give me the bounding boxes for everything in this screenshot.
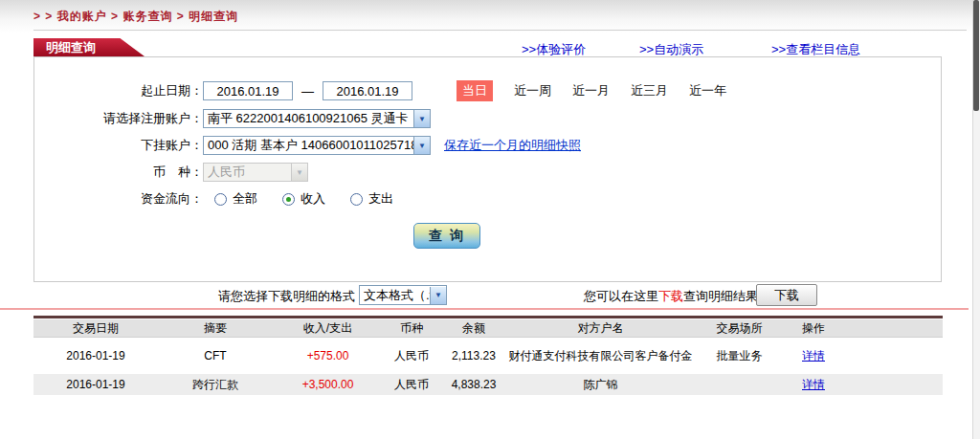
download-format-value: 文本格式（.txt) xyxy=(360,287,430,304)
pink-divider xyxy=(0,308,969,310)
date-range-label: 起止日期： xyxy=(34,82,203,99)
radio-flow-expense-label[interactable]: 支出 xyxy=(368,190,393,208)
col-header-counterparty: 对方户名 xyxy=(507,320,694,337)
vertical-scrollbar[interactable] xyxy=(972,0,980,439)
sub-account-value: 000 活期 基本户 1406600101102571848 xyxy=(204,137,413,154)
clipped-top-right-text xyxy=(904,0,962,3)
cell-amount: +575.00 xyxy=(273,349,383,362)
download-hint-post: 查询明细结果 xyxy=(683,289,758,303)
cell-currency: 人民币 xyxy=(383,377,440,393)
col-header-amount: 收入/支出 xyxy=(273,320,383,337)
cell-counterparty: 陈广锦 xyxy=(507,376,694,393)
end-date-input[interactable] xyxy=(323,81,412,100)
download-button[interactable]: 下载 xyxy=(756,284,817,306)
cell-summary: 跨行汇款 xyxy=(158,377,273,393)
date-separator: — xyxy=(301,84,314,99)
cell-summary: CFT xyxy=(158,349,273,362)
registered-account-select[interactable]: 南平 6222001406100921065 灵通卡 ▼ xyxy=(203,109,431,128)
table-row: 2016-01-19 跨行汇款 +3,500.00 人民币 4,838.23 陈… xyxy=(33,374,943,395)
table-row: 2016-01-19 CFT +575.00 人民币 2,113.23 财付通支… xyxy=(33,338,943,374)
breadcrumb-item-detail-query[interactable]: 明细查询 xyxy=(189,10,238,23)
currency-value: 人民币 xyxy=(204,164,291,181)
cell-balance: 2,113.23 xyxy=(440,349,507,362)
quick-range-week[interactable]: 近一周 xyxy=(514,82,551,99)
download-result-hint: 您可以在这里下载查询明细结果 xyxy=(584,288,758,305)
date-range-row: 起止日期： — 当日 近一周 近一月 近三月 近一年 xyxy=(34,80,941,101)
col-header-balance: 余额 xyxy=(440,320,507,337)
breadcrumb-separator: > xyxy=(111,10,119,23)
currency-row: 币 种： 人民币 ▼ xyxy=(34,162,941,183)
col-header-summary: 摘要 xyxy=(158,320,273,337)
fund-flow-row: 资金流向： 全部 收入 支出 xyxy=(34,188,941,209)
registered-account-label: 请选择注册账户： xyxy=(34,110,203,127)
download-format-label: 请您选择下载明细的格式 xyxy=(218,288,355,305)
sub-account-row: 下挂账户： 000 活期 基本户 1406600101102571848 ▼ 保… xyxy=(34,135,941,156)
fund-flow-label: 资金流向： xyxy=(34,190,203,208)
quick-range-month[interactable]: 近一月 xyxy=(572,82,610,99)
quick-range-today-badge[interactable]: 当日 xyxy=(457,80,493,101)
radio-flow-income-label[interactable]: 收入 xyxy=(301,190,325,208)
col-header-venue: 交易场所 xyxy=(694,320,785,337)
currency-select-disabled: 人民币 ▼ xyxy=(203,163,308,182)
cell-venue: 批量业务 xyxy=(694,348,785,364)
download-inline-link[interactable]: 下载 xyxy=(658,289,683,303)
detail-link[interactable]: 详情 xyxy=(802,349,825,362)
save-monthly-snapshot-link[interactable]: 保存近一个月的明细快照 xyxy=(444,137,581,154)
cell-currency: 人民币 xyxy=(383,348,440,364)
scrollbar-thumb[interactable] xyxy=(973,0,979,111)
currency-label: 币 种： xyxy=(34,164,203,181)
link-view-column-info[interactable]: >>查看栏目信息 xyxy=(771,41,860,56)
radio-flow-expense[interactable] xyxy=(350,193,363,206)
horizontal-divider xyxy=(33,30,967,31)
cell-amount: +3,500.00 xyxy=(273,378,383,391)
radio-flow-all-label[interactable]: 全部 xyxy=(233,190,257,208)
download-hint-pre: 您可以在这里 xyxy=(584,289,658,303)
dropdown-arrow-icon[interactable]: ▼ xyxy=(430,287,446,304)
quick-range-quarter[interactable]: 近三月 xyxy=(631,82,668,99)
breadcrumb-item-account-query[interactable]: 账务查询 xyxy=(122,10,172,23)
col-header-action: 操作 xyxy=(785,320,842,337)
breadcrumb-prefix: > > xyxy=(33,10,53,23)
link-auto-demo[interactable]: >>自动演示 xyxy=(639,41,703,56)
registered-account-value: 南平 6222001406100921065 灵通卡 xyxy=(204,110,413,127)
query-form-panel: 起止日期： — 当日 近一周 近一月 近三月 近一年 请选择注册账户： 南平 6… xyxy=(33,56,942,282)
dropdown-arrow-icon[interactable]: ▼ xyxy=(413,110,430,127)
cell-counterparty: 财付通支付科技有限公司客户备付金 xyxy=(507,347,694,364)
dropdown-arrow-icon: ▼ xyxy=(291,164,307,181)
registered-account-row: 请选择注册账户： 南平 6222001406100921065 灵通卡 ▼ xyxy=(34,108,941,129)
radio-flow-income-checked[interactable] xyxy=(282,193,295,206)
cell-date: 2016-01-19 xyxy=(33,349,158,362)
radio-flow-all[interactable] xyxy=(214,193,227,206)
start-date-input[interactable] xyxy=(203,81,293,100)
col-header-date: 交易日期 xyxy=(33,320,158,337)
dropdown-arrow-icon[interactable]: ▼ xyxy=(413,137,430,154)
sub-account-label: 下挂账户： xyxy=(34,137,203,154)
clipped-bottom-left-link[interactable] xyxy=(73,435,126,439)
download-format-select[interactable]: 文本格式（.txt) ▼ xyxy=(359,285,447,305)
link-experience-rating[interactable]: >>体验评价 xyxy=(522,41,586,56)
quick-range-year[interactable]: 近一年 xyxy=(689,82,726,99)
query-submit-button[interactable]: 查 询 xyxy=(413,223,480,249)
transactions-table: 交易日期 摘要 收入/支出 币种 余额 对方户名 交易场所 操作 2016-01… xyxy=(33,319,943,395)
table-header-row: 交易日期 摘要 收入/支出 币种 余额 对方户名 交易场所 操作 xyxy=(33,319,943,338)
cell-date: 2016-01-19 xyxy=(33,378,158,391)
detail-link[interactable]: 详情 xyxy=(802,378,825,391)
tab-detail-query[interactable]: 明细查询 xyxy=(33,38,145,56)
sub-account-select[interactable]: 000 活期 基本户 1406600101102571848 ▼ xyxy=(203,136,431,155)
breadcrumb-item-my-account[interactable]: 我的账户 xyxy=(57,10,107,23)
cell-balance: 4,838.23 xyxy=(440,378,507,391)
breadcrumb-separator: > xyxy=(177,10,185,23)
col-header-currency: 币种 xyxy=(383,320,440,337)
breadcrumb: > > 我的账户 > 账务查询 > 明细查询 xyxy=(33,9,238,25)
table-top-bar xyxy=(33,316,943,318)
